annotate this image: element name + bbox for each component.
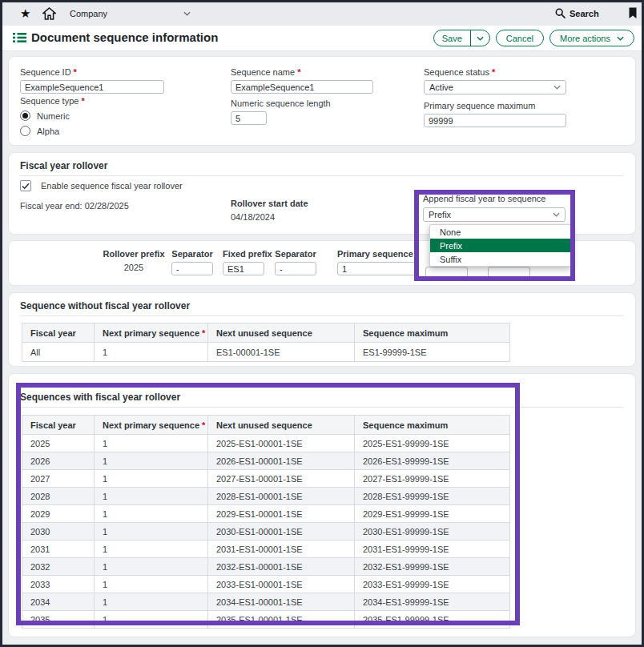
fixed-prefix-label: Fixed prefix — [223, 249, 264, 259]
home-icon[interactable] — [42, 7, 56, 20]
sequence-status-select[interactable]: Active — [424, 80, 566, 94]
separator2-input[interactable] — [275, 262, 316, 275]
table-row[interactable]: 202612026-ES1-00001-1SE2026-ES1-99999-1S… — [22, 452, 510, 470]
primary-sequence-input[interactable] — [337, 262, 417, 275]
radio-alpha[interactable]: Alpha — [20, 126, 85, 136]
required-asterisk: * — [202, 420, 205, 430]
append-fiscal-year-dropdown: None Prefix Suffix — [429, 224, 572, 267]
rollover-prefix-value: 2025 — [92, 263, 175, 272]
cancel-button[interactable]: Cancel — [496, 30, 544, 46]
sequence-status-label: Sequence status — [424, 67, 489, 77]
sequence-name-label: Sequence name — [231, 67, 295, 77]
primary-sequence-maximum-label: Primary sequence maximum — [424, 101, 566, 111]
more-actions-label: More actions — [560, 34, 610, 43]
table-row[interactable]: 202512025-ES1-00001-1SE2025-ES1-99999-1S… — [22, 435, 510, 452]
save-menu-button[interactable] — [470, 30, 489, 46]
append-fiscal-year-value: Prefix — [429, 210, 451, 219]
numeric-sequence-length-label: Numeric sequence length — [231, 98, 331, 108]
separator1-field: Separator — [171, 249, 213, 275]
record-list-icon[interactable] — [13, 32, 26, 43]
dropdown-option-prefix[interactable]: Prefix — [430, 239, 571, 252]
save-split-button: Save — [433, 30, 490, 46]
section-divider — [20, 175, 624, 176]
fixed-prefix-input[interactable] — [223, 262, 264, 275]
radio-numeric-label: Numeric — [37, 111, 70, 121]
bookmark-icon[interactable] — [628, 7, 638, 19]
primary-sequence-field: Primary sequence* — [337, 249, 417, 275]
primary-sequence-maximum-input[interactable] — [424, 114, 566, 127]
col-sequence-maximum: Sequence maximum — [355, 324, 510, 343]
more-actions-button[interactable]: More actions — [549, 30, 634, 46]
table2-heading: Sequences with fiscal year rollover — [20, 392, 180, 403]
check-icon — [22, 183, 30, 190]
rollover-start-date-field: Rollover start date 04/18/2024 — [231, 199, 308, 222]
required-asterisk: * — [74, 67, 77, 77]
suffix-input[interactable] — [488, 267, 530, 280]
separator1-input[interactable] — [171, 262, 213, 275]
radio-alpha-circle — [20, 126, 30, 136]
table-row[interactable]: 203412034-ES1-00001-1SE2034-ES1-99999-1S… — [22, 593, 510, 611]
table-header-row: Fiscal year Next primary sequence* Next … — [22, 324, 510, 343]
page-title-bar: Document sequence information Save Cance… — [2, 26, 642, 51]
fixed-prefix-field: Fixed prefix — [223, 249, 264, 275]
rollover-start-date-label: Rollover start date — [231, 199, 308, 208]
table-row[interactable]: 203512035-ES1-00001-1SE2035-ES1-99999-1S… — [22, 611, 510, 629]
rollover-prefix-label: Rollover prefix — [92, 249, 175, 259]
radio-alpha-label: Alpha — [37, 127, 59, 136]
separator2-field: Separator — [275, 249, 316, 275]
separator1-label: Separator — [171, 249, 213, 259]
col-sequence-maximum: Sequence maximum — [355, 416, 510, 435]
table-row[interactable]: 203212032-ES1-00001-1SE2032-ES1-99999-1S… — [22, 558, 510, 576]
table-row[interactable]: 202712027-ES1-00001-1SE2027-ES1-99999-1S… — [22, 470, 510, 488]
sequences-with-rollover-table: Fiscal year Next primary sequence* Next … — [22, 415, 510, 629]
fiscal-year-end-text: Fiscal year end: 02/28/2025 — [20, 201, 129, 211]
cancel-button-label: Cancel — [506, 34, 533, 43]
page-title: Document sequence information — [31, 30, 218, 44]
sequence-name-input[interactable] — [231, 80, 373, 94]
enable-rollover-checkbox-row[interactable]: Enable sequence fiscal year rollover — [20, 180, 183, 191]
table-row[interactable]: 203012030-ES1-00001-1SE2030-ES1-99999-1S… — [22, 523, 510, 541]
col-fiscal-year: Fiscal year — [22, 416, 95, 435]
col-next-unused-sequence: Next unused sequence — [208, 416, 355, 435]
numeric-sequence-length-input[interactable] — [231, 111, 267, 125]
table-row[interactable]: 202812028-ES1-00001-1SE2028-ES1-99999-1S… — [22, 488, 510, 505]
sequence-name-field: Sequence name* — [231, 67, 373, 94]
required-asterisk: * — [492, 67, 495, 77]
sequence-status-field: Sequence status* Active — [424, 67, 566, 94]
section-divider — [20, 407, 624, 408]
chevron-down-icon — [617, 36, 624, 41]
search-icon — [555, 8, 566, 18]
table-header-row: Fiscal year Next primary sequence* Next … — [22, 416, 510, 435]
col-next-primary-sequence: Next primary sequence* — [95, 416, 208, 435]
table1-heading: Sequence without fiscal year rollover — [20, 300, 190, 311]
sequence-type-field: Sequence type* Numeric Alpha — [20, 96, 85, 136]
radio-numeric[interactable]: Numeric — [20, 111, 85, 121]
table-row[interactable]: 203112031-ES1-00001-1SE2031-ES1-99999-1S… — [22, 541, 510, 558]
save-button[interactable]: Save — [434, 30, 470, 46]
favorites-star-icon[interactable]: ★ — [20, 7, 30, 20]
required-asterisk: * — [81, 96, 84, 106]
dropdown-option-suffix[interactable]: Suffix — [430, 252, 571, 266]
search-control[interactable]: Search — [555, 8, 599, 18]
required-asterisk: * — [202, 328, 205, 338]
section-divider — [20, 315, 624, 316]
col-fiscal-year: Fiscal year — [22, 324, 95, 343]
sequence-type-label: Sequence type — [20, 96, 78, 106]
required-asterisk: * — [416, 249, 419, 259]
sequence-id-input[interactable] — [20, 80, 164, 94]
append-fiscal-year-label: Append fiscal year to sequence — [423, 194, 546, 203]
primary-sequence-label: Primary sequence — [337, 249, 413, 259]
company-menu[interactable]: Company — [70, 9, 107, 18]
append-fiscal-year-select[interactable]: Prefix — [423, 207, 566, 222]
sequence-id-field: Sequence ID* — [20, 67, 164, 94]
table-row[interactable]: 203312033-ES1-00001-1SE2033-ES1-99999-1S… — [22, 576, 510, 593]
chevron-down-icon[interactable] — [183, 11, 191, 16]
dropdown-option-none[interactable]: None — [430, 225, 571, 239]
table-row[interactable]: All 1 ES1-00001-1SE ES1-99999-1SE — [22, 343, 510, 362]
enable-rollover-checkbox[interactable] — [20, 180, 31, 191]
primary-sequence-maximum-field: Primary sequence maximum — [424, 101, 566, 127]
col-next-unused-sequence: Next unused sequence — [208, 324, 355, 343]
table-row[interactable]: 202912029-ES1-00001-1SE2029-ES1-99999-1S… — [22, 505, 510, 523]
sequence-without-rollover-panel: Sequence without fiscal year rollover Fi… — [8, 292, 636, 367]
separator3-input[interactable] — [425, 267, 468, 280]
